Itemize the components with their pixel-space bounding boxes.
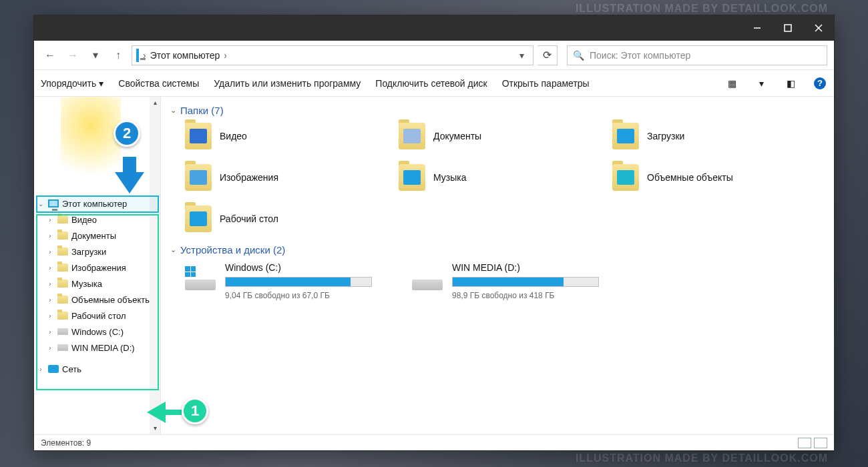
- folder-item[interactable]: Рабочий стол: [185, 205, 392, 232]
- tree-item-label: Видео: [71, 215, 97, 225]
- tree-item-label: Изображения: [71, 263, 126, 273]
- network-icon: [47, 363, 59, 375]
- navigation-tree: ▴▾ ⌄ Этот компьютер ›Видео›Документы›Заг…: [34, 97, 161, 434]
- watermark-top: ILLUSTRATION MADE BY DETAILLOOK.COM: [576, 3, 828, 15]
- up-button[interactable]: ↑: [109, 46, 128, 65]
- pc-icon: [47, 197, 59, 209]
- drive-item[interactable]: Windows (C:)9,04 ГБ свободно из 67,0 ГБ: [185, 262, 372, 300]
- address-dropdown[interactable]: ▾: [514, 46, 529, 65]
- tree-item-label: Windows (C:): [71, 327, 124, 337]
- folder-item[interactable]: Видео: [185, 123, 392, 149]
- pc-icon: [136, 50, 139, 61]
- address-bar: ← → ▾ ↑ › Этот компьютер › ▾ ⟳ 🔍 Поиск: …: [34, 41, 834, 70]
- folder-item[interactable]: Объемные объекты: [612, 164, 819, 191]
- back-button[interactable]: ←: [41, 46, 59, 65]
- tree-item-network[interactable]: › Сеть: [34, 361, 160, 377]
- folder-icon: [612, 123, 639, 149]
- tree-item-label: Документы: [71, 231, 116, 241]
- folder-label: Видео: [220, 131, 247, 141]
- explorer-window: ← → ▾ ↑ › Этот компьютер › ▾ ⟳ 🔍 Поиск: …: [33, 15, 835, 451]
- drive-free-text: 9,04 ГБ свободно из 67,0 ГБ: [225, 291, 372, 300]
- collapse-icon[interactable]: ⌄: [37, 200, 45, 207]
- tree-item-label: Объемные объекты: [71, 295, 152, 305]
- drive-item[interactable]: WIN MEDIA (D:)98,9 ГБ свободно из 418 ГБ: [412, 262, 599, 300]
- folder-label: Загрузки: [647, 131, 684, 141]
- folder-icon: [399, 123, 425, 149]
- tree-item[interactable]: ›Документы: [34, 227, 160, 244]
- status-bar: Элементов: 9: [34, 434, 834, 450]
- tree-item[interactable]: ›Рабочий стол: [34, 308, 160, 324]
- chevron-right-icon: ›: [224, 50, 227, 61]
- map-network-drive-button[interactable]: Подключить сетевой диск: [375, 78, 487, 89]
- folder-icon: [57, 262, 69, 274]
- folder-item[interactable]: Музыка: [399, 164, 606, 191]
- folder-icon: [185, 205, 212, 232]
- folder-label: Музыка: [433, 172, 467, 183]
- chevron-down-icon[interactable]: ▾: [754, 76, 769, 91]
- drive-label: Windows (C:): [225, 262, 372, 273]
- breadcrumb[interactable]: › Этот компьютер › ▾: [132, 45, 533, 65]
- tiles-view-button[interactable]: [814, 438, 827, 448]
- breadcrumb-root[interactable]: Этот компьютер: [150, 50, 220, 61]
- forward-button[interactable]: →: [63, 46, 82, 65]
- folder-icon: [57, 278, 69, 290]
- maximize-button[interactable]: [773, 15, 803, 41]
- group-header-folders[interactable]: ⌄ Папки (7): [170, 105, 825, 116]
- expand-icon[interactable]: ›: [46, 280, 54, 288]
- tree-item[interactable]: ›Загрузки: [34, 244, 160, 260]
- drive-icon: [412, 266, 443, 290]
- tree-item-label: Загрузки: [71, 247, 106, 257]
- tree-item[interactable]: ›Видео: [34, 211, 160, 227]
- folder-icon: [399, 164, 425, 191]
- drive-label: WIN MEDIA (D:): [452, 262, 599, 273]
- search-icon: 🔍: [573, 50, 584, 61]
- expand-icon[interactable]: ›: [46, 296, 54, 304]
- drive-icon: [57, 342, 69, 354]
- tree-item[interactable]: ›Windows (C:): [34, 324, 160, 340]
- content-pane: ⌄ Папки (7) ВидеоДокументыЗагрузкиИзобра…: [161, 97, 834, 434]
- expand-icon[interactable]: ›: [46, 232, 54, 240]
- tree-item-label: WIN MEDIA (D:): [71, 343, 135, 353]
- drive-free-text: 98,9 ГБ свободно из 418 ГБ: [452, 291, 599, 300]
- open-settings-button[interactable]: Открыть параметры: [502, 78, 590, 89]
- folder-label: Объемные объекты: [647, 172, 733, 183]
- folder-icon: [57, 246, 69, 258]
- folder-icon: [57, 213, 69, 225]
- expand-icon[interactable]: ›: [46, 344, 54, 352]
- folder-item[interactable]: Загрузки: [612, 123, 819, 149]
- folder-label: Рабочий стол: [220, 213, 278, 224]
- expand-icon[interactable]: ›: [46, 264, 54, 272]
- expand-icon[interactable]: ›: [46, 312, 54, 320]
- system-properties-button[interactable]: Свойства системы: [118, 78, 199, 89]
- tree-item-this-pc[interactable]: ⌄ Этот компьютер: [34, 195, 160, 211]
- tree-item[interactable]: ›WIN MEDIA (D:): [34, 340, 160, 356]
- details-view-button[interactable]: [798, 438, 811, 448]
- group-header-disks[interactable]: ⌄ Устройства и диски (2): [170, 244, 825, 256]
- close-button[interactable]: [803, 15, 834, 41]
- expand-icon[interactable]: ›: [46, 216, 54, 223]
- expand-icon[interactable]: ›: [46, 248, 54, 256]
- expand-icon[interactable]: ›: [37, 366, 45, 373]
- tree-item[interactable]: ›Музыка: [34, 276, 160, 292]
- uninstall-program-button[interactable]: Удалить или изменить программу: [214, 78, 361, 89]
- recent-dropdown[interactable]: ▾: [86, 46, 105, 65]
- command-bar: Упорядочить▾ Свойства системы Удалить ил…: [34, 70, 834, 97]
- folder-item[interactable]: Изображения: [185, 164, 392, 191]
- minimize-button[interactable]: [742, 15, 773, 41]
- expand-icon[interactable]: ›: [46, 328, 54, 336]
- tree-item[interactable]: ›Изображения: [34, 260, 160, 276]
- chevron-down-icon: ⌄: [170, 106, 176, 115]
- preview-pane-button[interactable]: ◧: [783, 76, 798, 91]
- chevron-down-icon: ⌄: [170, 246, 176, 254]
- help-button[interactable]: ?: [813, 76, 827, 91]
- organize-menu[interactable]: Упорядочить▾: [41, 78, 103, 89]
- drive-usage-bar: [452, 277, 599, 287]
- tree-item[interactable]: ›Объемные объекты: [34, 292, 160, 308]
- folder-label: Изображения: [220, 172, 278, 183]
- titlebar: [34, 15, 834, 41]
- refresh-button[interactable]: ⟳: [537, 45, 558, 65]
- folder-item[interactable]: Документы: [399, 123, 606, 149]
- tree-scrollbar[interactable]: ▴▾: [150, 97, 160, 434]
- search-input[interactable]: 🔍 Поиск: Этот компьютер: [567, 45, 827, 65]
- view-options-button[interactable]: ▦: [724, 76, 739, 91]
